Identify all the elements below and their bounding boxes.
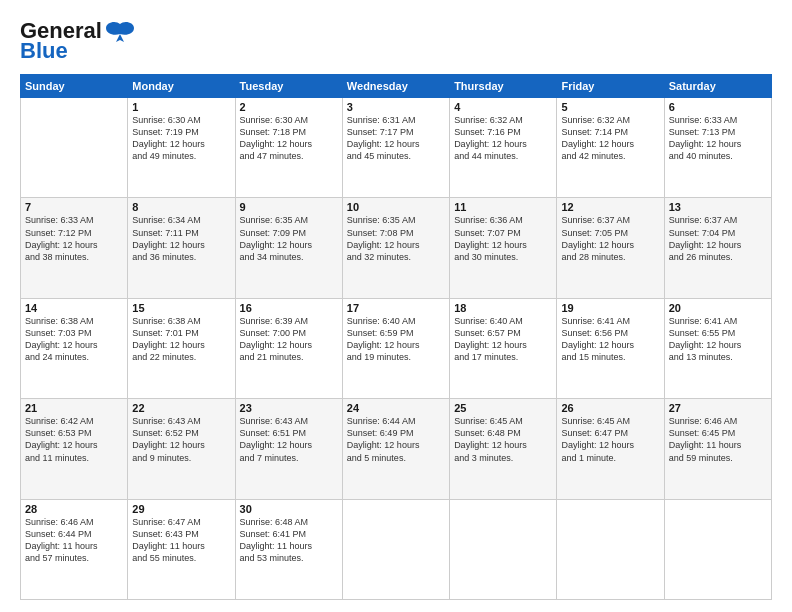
week-row-4: 21Sunrise: 6:42 AM Sunset: 6:53 PM Dayli… [21, 399, 772, 499]
calendar-cell: 8Sunrise: 6:34 AM Sunset: 7:11 PM Daylig… [128, 198, 235, 298]
day-info: Sunrise: 6:31 AM Sunset: 7:17 PM Dayligh… [347, 114, 445, 163]
day-info: Sunrise: 6:39 AM Sunset: 7:00 PM Dayligh… [240, 315, 338, 364]
day-info: Sunrise: 6:48 AM Sunset: 6:41 PM Dayligh… [240, 516, 338, 565]
weekday-header-friday: Friday [557, 75, 664, 98]
day-number: 23 [240, 402, 338, 414]
day-info: Sunrise: 6:34 AM Sunset: 7:11 PM Dayligh… [132, 214, 230, 263]
calendar-cell: 9Sunrise: 6:35 AM Sunset: 7:09 PM Daylig… [235, 198, 342, 298]
day-info: Sunrise: 6:32 AM Sunset: 7:16 PM Dayligh… [454, 114, 552, 163]
weekday-header-tuesday: Tuesday [235, 75, 342, 98]
weekday-header-thursday: Thursday [450, 75, 557, 98]
logo-bird-icon [104, 20, 136, 42]
week-row-1: 1Sunrise: 6:30 AM Sunset: 7:19 PM Daylig… [21, 98, 772, 198]
day-info: Sunrise: 6:37 AM Sunset: 7:04 PM Dayligh… [669, 214, 767, 263]
weekday-header-saturday: Saturday [664, 75, 771, 98]
day-info: Sunrise: 6:40 AM Sunset: 6:59 PM Dayligh… [347, 315, 445, 364]
header: General Blue [20, 18, 772, 64]
day-info: Sunrise: 6:38 AM Sunset: 7:01 PM Dayligh… [132, 315, 230, 364]
day-number: 28 [25, 503, 123, 515]
day-info: Sunrise: 6:46 AM Sunset: 6:44 PM Dayligh… [25, 516, 123, 565]
day-number: 3 [347, 101, 445, 113]
day-number: 30 [240, 503, 338, 515]
day-info: Sunrise: 6:35 AM Sunset: 7:08 PM Dayligh… [347, 214, 445, 263]
day-number: 17 [347, 302, 445, 314]
day-number: 18 [454, 302, 552, 314]
calendar-cell [664, 499, 771, 599]
day-info: Sunrise: 6:30 AM Sunset: 7:19 PM Dayligh… [132, 114, 230, 163]
day-info: Sunrise: 6:46 AM Sunset: 6:45 PM Dayligh… [669, 415, 767, 464]
day-number: 7 [25, 201, 123, 213]
calendar: SundayMondayTuesdayWednesdayThursdayFrid… [20, 74, 772, 600]
calendar-cell: 13Sunrise: 6:37 AM Sunset: 7:04 PM Dayli… [664, 198, 771, 298]
day-number: 11 [454, 201, 552, 213]
calendar-cell: 5Sunrise: 6:32 AM Sunset: 7:14 PM Daylig… [557, 98, 664, 198]
day-number: 2 [240, 101, 338, 113]
day-info: Sunrise: 6:45 AM Sunset: 6:48 PM Dayligh… [454, 415, 552, 464]
calendar-cell: 24Sunrise: 6:44 AM Sunset: 6:49 PM Dayli… [342, 399, 449, 499]
calendar-cell: 22Sunrise: 6:43 AM Sunset: 6:52 PM Dayli… [128, 399, 235, 499]
day-number: 14 [25, 302, 123, 314]
day-info: Sunrise: 6:30 AM Sunset: 7:18 PM Dayligh… [240, 114, 338, 163]
calendar-cell: 28Sunrise: 6:46 AM Sunset: 6:44 PM Dayli… [21, 499, 128, 599]
day-number: 8 [132, 201, 230, 213]
logo: General Blue [20, 18, 136, 64]
weekday-header-sunday: Sunday [21, 75, 128, 98]
day-number: 26 [561, 402, 659, 414]
day-info: Sunrise: 6:37 AM Sunset: 7:05 PM Dayligh… [561, 214, 659, 263]
calendar-cell: 2Sunrise: 6:30 AM Sunset: 7:18 PM Daylig… [235, 98, 342, 198]
day-number: 21 [25, 402, 123, 414]
day-number: 19 [561, 302, 659, 314]
calendar-cell: 3Sunrise: 6:31 AM Sunset: 7:17 PM Daylig… [342, 98, 449, 198]
logo-blue: Blue [20, 38, 68, 64]
day-number: 13 [669, 201, 767, 213]
day-info: Sunrise: 6:41 AM Sunset: 6:55 PM Dayligh… [669, 315, 767, 364]
calendar-cell: 7Sunrise: 6:33 AM Sunset: 7:12 PM Daylig… [21, 198, 128, 298]
day-info: Sunrise: 6:47 AM Sunset: 6:43 PM Dayligh… [132, 516, 230, 565]
day-info: Sunrise: 6:44 AM Sunset: 6:49 PM Dayligh… [347, 415, 445, 464]
day-number: 22 [132, 402, 230, 414]
calendar-cell: 10Sunrise: 6:35 AM Sunset: 7:08 PM Dayli… [342, 198, 449, 298]
calendar-cell: 20Sunrise: 6:41 AM Sunset: 6:55 PM Dayli… [664, 298, 771, 398]
calendar-cell: 17Sunrise: 6:40 AM Sunset: 6:59 PM Dayli… [342, 298, 449, 398]
day-info: Sunrise: 6:33 AM Sunset: 7:13 PM Dayligh… [669, 114, 767, 163]
day-info: Sunrise: 6:38 AM Sunset: 7:03 PM Dayligh… [25, 315, 123, 364]
day-number: 29 [132, 503, 230, 515]
calendar-cell [21, 98, 128, 198]
day-info: Sunrise: 6:33 AM Sunset: 7:12 PM Dayligh… [25, 214, 123, 263]
calendar-cell: 15Sunrise: 6:38 AM Sunset: 7:01 PM Dayli… [128, 298, 235, 398]
calendar-cell [557, 499, 664, 599]
calendar-cell [450, 499, 557, 599]
day-info: Sunrise: 6:41 AM Sunset: 6:56 PM Dayligh… [561, 315, 659, 364]
calendar-cell: 25Sunrise: 6:45 AM Sunset: 6:48 PM Dayli… [450, 399, 557, 499]
calendar-cell: 14Sunrise: 6:38 AM Sunset: 7:03 PM Dayli… [21, 298, 128, 398]
day-number: 20 [669, 302, 767, 314]
weekday-header-row: SundayMondayTuesdayWednesdayThursdayFrid… [21, 75, 772, 98]
calendar-cell: 30Sunrise: 6:48 AM Sunset: 6:41 PM Dayli… [235, 499, 342, 599]
day-info: Sunrise: 6:32 AM Sunset: 7:14 PM Dayligh… [561, 114, 659, 163]
day-number: 25 [454, 402, 552, 414]
calendar-cell: 11Sunrise: 6:36 AM Sunset: 7:07 PM Dayli… [450, 198, 557, 298]
day-number: 9 [240, 201, 338, 213]
week-row-2: 7Sunrise: 6:33 AM Sunset: 7:12 PM Daylig… [21, 198, 772, 298]
week-row-5: 28Sunrise: 6:46 AM Sunset: 6:44 PM Dayli… [21, 499, 772, 599]
calendar-cell [342, 499, 449, 599]
calendar-cell: 26Sunrise: 6:45 AM Sunset: 6:47 PM Dayli… [557, 399, 664, 499]
calendar-cell: 6Sunrise: 6:33 AM Sunset: 7:13 PM Daylig… [664, 98, 771, 198]
day-info: Sunrise: 6:42 AM Sunset: 6:53 PM Dayligh… [25, 415, 123, 464]
day-number: 6 [669, 101, 767, 113]
calendar-cell: 12Sunrise: 6:37 AM Sunset: 7:05 PM Dayli… [557, 198, 664, 298]
day-number: 5 [561, 101, 659, 113]
day-number: 4 [454, 101, 552, 113]
day-number: 16 [240, 302, 338, 314]
calendar-cell: 19Sunrise: 6:41 AM Sunset: 6:56 PM Dayli… [557, 298, 664, 398]
day-info: Sunrise: 6:40 AM Sunset: 6:57 PM Dayligh… [454, 315, 552, 364]
calendar-cell: 23Sunrise: 6:43 AM Sunset: 6:51 PM Dayli… [235, 399, 342, 499]
day-info: Sunrise: 6:36 AM Sunset: 7:07 PM Dayligh… [454, 214, 552, 263]
calendar-cell: 16Sunrise: 6:39 AM Sunset: 7:00 PM Dayli… [235, 298, 342, 398]
calendar-cell: 18Sunrise: 6:40 AM Sunset: 6:57 PM Dayli… [450, 298, 557, 398]
day-info: Sunrise: 6:35 AM Sunset: 7:09 PM Dayligh… [240, 214, 338, 263]
day-number: 15 [132, 302, 230, 314]
day-info: Sunrise: 6:43 AM Sunset: 6:51 PM Dayligh… [240, 415, 338, 464]
day-info: Sunrise: 6:43 AM Sunset: 6:52 PM Dayligh… [132, 415, 230, 464]
week-row-3: 14Sunrise: 6:38 AM Sunset: 7:03 PM Dayli… [21, 298, 772, 398]
